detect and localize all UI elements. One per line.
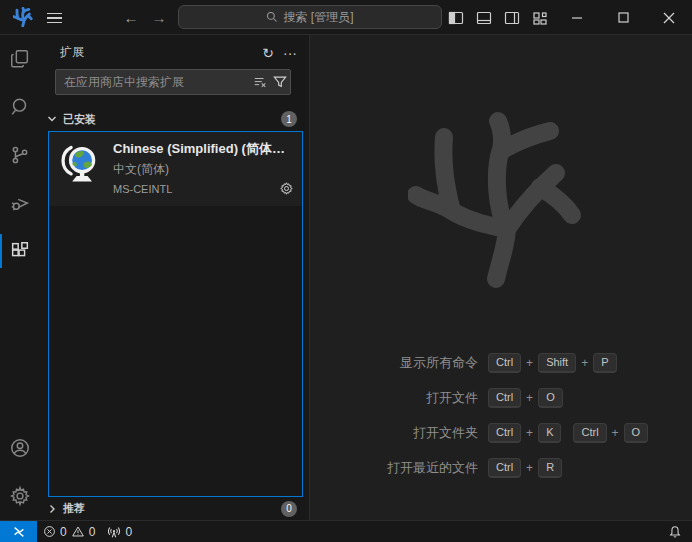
extensions-search-input[interactable] <box>56 75 250 89</box>
clear-search-icon[interactable] <box>250 75 270 89</box>
close-button[interactable] <box>646 0 692 35</box>
vscode-window: ← → 搜索 [管理员] <box>0 0 692 542</box>
toggle-secondary-sidebar-icon[interactable] <box>498 4 526 32</box>
maximize-button[interactable] <box>600 0 646 35</box>
minimize-button[interactable] <box>554 0 600 35</box>
customize-layout-icon[interactable] <box>526 4 554 32</box>
extensions-search-box <box>55 69 291 95</box>
activity-extensions[interactable] <box>0 227 40 275</box>
key-p: P <box>593 353 616 373</box>
shortcut-row: 打开文件Ctrl+O <box>310 386 692 409</box>
app-watermark-logo <box>408 109 588 289</box>
activity-explorer[interactable] <box>0 35 40 83</box>
activity-source-control[interactable] <box>0 131 40 179</box>
sidebar-header: 扩展 ↻ ··· <box>40 35 309 70</box>
workbench: 扩展 ↻ ··· 已安装 1 <box>0 35 692 520</box>
recommended-count-badge: 0 <box>281 501 297 517</box>
shortcut-label: 显示所有命令 <box>310 354 478 372</box>
search-magnifier-icon <box>9 96 31 118</box>
extension-manage-gear-icon[interactable] <box>279 181 294 196</box>
shortcut-keys: Ctrl+KCtrl+O <box>488 423 660 443</box>
error-icon <box>43 525 56 538</box>
installed-extensions-list: Chinese (Simplified) (简体… 中文(简体) MS-CEIN… <box>48 131 303 497</box>
remote-icon <box>12 525 26 539</box>
remote-indicator-button[interactable] <box>0 521 37 542</box>
sidebar-title: 扩展 <box>60 44 257 61</box>
menu-hamburger-icon[interactable] <box>44 9 72 27</box>
toggle-panel-icon[interactable] <box>470 4 498 32</box>
ports-indicator[interactable]: 0 <box>101 521 138 542</box>
key-ctrl: Ctrl <box>488 423 521 443</box>
status-bar: 0 0 0 <box>0 520 692 542</box>
refresh-icon[interactable]: ↻ <box>257 42 279 64</box>
extension-name: Chinese (Simplified) (简体… <box>113 140 294 158</box>
key-ctrl: Ctrl <box>488 388 521 408</box>
extension-publisher: MS-CEINTL <box>113 183 279 195</box>
error-count: 0 <box>60 525 67 539</box>
installed-count-badge: 1 <box>281 111 297 127</box>
chevron-down-icon <box>44 114 60 124</box>
command-center-label: 搜索 [管理员] <box>283 9 353 26</box>
gear-icon <box>9 485 31 507</box>
back-arrow-icon[interactable]: ← <box>118 0 144 35</box>
key-k: K <box>538 423 561 443</box>
shortcut-label: 打开文件夹 <box>310 424 478 442</box>
editor-welcome-area: 显示所有命令Ctrl+Shift+P打开文件Ctrl+O打开文件夹Ctrl+KC… <box>310 35 692 520</box>
problems-indicator[interactable]: 0 0 <box>37 521 101 542</box>
filter-funnel-icon[interactable] <box>270 75 290 89</box>
radio-tower-icon <box>107 525 121 539</box>
extension-details: Chinese (Simplified) (简体… 中文(简体) MS-CEIN… <box>113 140 294 196</box>
activity-accounts[interactable] <box>0 424 40 472</box>
section-installed-label: 已安装 <box>63 112 278 127</box>
notifications-bell-icon[interactable] <box>658 525 692 539</box>
shortcut-label: 打开文件 <box>310 389 478 407</box>
debug-icon <box>9 192 31 214</box>
key-ctrl: Ctrl <box>488 353 521 373</box>
plus-separator: + <box>612 426 619 440</box>
key-ctrl: Ctrl <box>488 458 521 478</box>
key-o: O <box>538 388 563 408</box>
section-installed[interactable]: 已安装 1 <box>40 108 309 130</box>
forward-arrow-icon[interactable]: → <box>146 0 172 35</box>
command-center-search[interactable]: 搜索 [管理员] <box>178 5 442 29</box>
chevron-right-icon <box>44 504 60 514</box>
plus-separator: + <box>526 356 533 370</box>
globe-extension-icon <box>59 142 103 186</box>
git-branch-icon <box>9 144 31 166</box>
extensions-icon <box>9 240 31 262</box>
titlebar-right <box>442 0 692 35</box>
shortcut-row: 显示所有命令Ctrl+Shift+P <box>310 351 692 374</box>
activity-bar-spacer <box>0 275 40 424</box>
welcome-shortcuts: 显示所有命令Ctrl+Shift+P打开文件Ctrl+O打开文件夹Ctrl+KC… <box>310 351 692 491</box>
shortcut-keys: Ctrl+R <box>488 458 574 478</box>
more-actions-icon[interactable]: ··· <box>279 42 301 64</box>
titlebar: ← → 搜索 [管理员] <box>0 0 692 35</box>
activity-bar <box>0 35 40 520</box>
activity-settings[interactable] <box>0 472 40 520</box>
extension-description: 中文(简体) <box>113 161 294 178</box>
toggle-primary-sidebar-icon[interactable] <box>442 4 470 32</box>
warning-icon <box>71 525 85 538</box>
shortcut-label: 打开最近的文件 <box>310 459 478 477</box>
section-recommended[interactable]: 推荐 0 <box>40 497 309 520</box>
key-r: R <box>538 458 562 478</box>
app-logo-icon <box>13 7 33 27</box>
search-icon <box>266 11 278 23</box>
activity-search[interactable] <box>0 83 40 131</box>
extension-row-chinese-simplified[interactable]: Chinese (Simplified) (简体… 中文(简体) MS-CEIN… <box>49 132 302 206</box>
key-ctrl: Ctrl <box>573 423 606 443</box>
plus-separator: + <box>581 356 588 370</box>
shortcut-row: 打开文件夹Ctrl+KCtrl+O <box>310 421 692 444</box>
shortcut-row: 打开最近的文件Ctrl+R <box>310 456 692 479</box>
key-o: O <box>624 423 649 443</box>
shortcut-keys: Ctrl+Shift+P <box>488 353 629 373</box>
plus-separator: + <box>526 461 533 475</box>
extensions-sidebar: 扩展 ↻ ··· 已安装 1 <box>40 35 310 520</box>
section-recommended-label: 推荐 <box>63 501 278 516</box>
warning-count: 0 <box>89 525 96 539</box>
explorer-files-icon <box>9 48 31 70</box>
activity-run-debug[interactable] <box>0 179 40 227</box>
key-shift: Shift <box>538 353 576 373</box>
shortcut-keys: Ctrl+O <box>488 388 575 408</box>
plus-separator: + <box>526 426 533 440</box>
